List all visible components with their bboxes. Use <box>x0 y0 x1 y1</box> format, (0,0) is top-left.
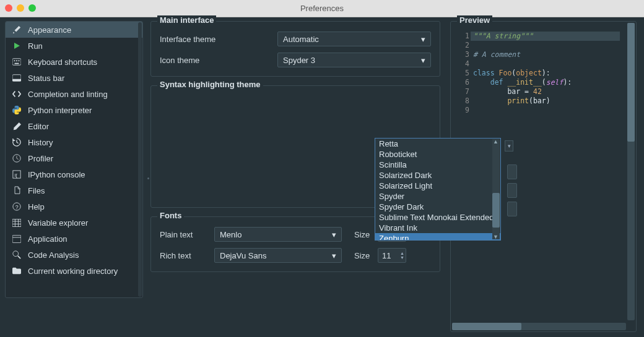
dropdown-option[interactable]: Spyder <box>375 191 500 202</box>
code-line: # A comment <box>473 50 633 59</box>
dropdown-option[interactable]: Solarized Light <box>375 181 500 191</box>
plain-text-font-select[interactable]: Menlo ▾ <box>214 227 342 242</box>
icon-theme-select[interactable]: Spyder 3 ▾ <box>277 53 431 67</box>
sidebar-item-application[interactable]: Application <box>6 231 142 247</box>
dropdown-option[interactable]: Vibrant Ink <box>375 223 500 233</box>
line-number: 4 <box>457 59 469 69</box>
sidebar-item-label: Application <box>28 234 67 244</box>
sidebar-item-python-interpreter[interactable]: Python interpreter <box>6 102 142 118</box>
line-number: 9 <box>457 106 469 115</box>
sidebar-item-code-analysis[interactable]: Code Analysis <box>6 247 142 263</box>
dropdown-option[interactable]: Scintilla <box>375 160 500 170</box>
sidebar-item-keyboard-shortcuts[interactable]: Keyboard shortcuts <box>6 54 142 70</box>
dropdown-scroll-up-icon[interactable]: ▲ <box>493 139 499 145</box>
line-number: 1 <box>457 32 469 41</box>
dropdown-scroll-down-icon[interactable]: ▼ <box>493 234 499 240</box>
main-interface-legend: Main interface <box>157 15 216 25</box>
line-number: 8 <box>457 96 469 106</box>
sidebar-item-label: Help <box>28 202 45 211</box>
sidebar-item-label: Code Analysis <box>28 250 79 260</box>
sidebar-item-label: Current working directory <box>28 267 118 276</box>
window-title: Preferences <box>300 4 344 13</box>
close-window-icon[interactable] <box>5 4 12 12</box>
dropdown-option[interactable]: Spyder Dark <box>375 202 500 212</box>
syntax-theme-dropdown[interactable]: RettaRoboticketScintillaSolarized DarkSo… <box>375 138 501 241</box>
editor-vertical-scrollbar[interactable] <box>627 23 635 320</box>
fonts-legend: Fonts <box>157 211 184 220</box>
interface-theme-select[interactable]: Automatic ▾ <box>277 32 431 46</box>
dropdown-scrollbar-thumb[interactable] <box>492 193 500 228</box>
keyboard-icon <box>12 57 22 67</box>
brush-icon <box>12 25 22 35</box>
maximize-window-icon[interactable] <box>28 4 36 12</box>
dropdown-option[interactable]: Roboticket <box>375 149 500 160</box>
statusbar-icon <box>12 73 22 83</box>
history-icon <box>12 137 22 147</box>
sidebar-item-label: Editor <box>28 122 49 131</box>
sidebar-item-label: Run <box>28 41 43 51</box>
svg-rect-2 <box>16 60 17 61</box>
syntax-theme-dropdown-button[interactable]: ▾ <box>505 140 513 151</box>
icon-theme-value: Spyder 3 <box>283 56 315 65</box>
code-line: print(bar) <box>473 96 633 106</box>
svg-rect-6 <box>12 79 21 82</box>
sidebar-item-profiler[interactable]: Profiler <box>6 150 142 166</box>
dropdown-option[interactable]: Zenburn <box>375 233 500 240</box>
sidebar-item-variable-explorer[interactable]: Variable explorer <box>6 215 142 231</box>
minimize-window-icon[interactable] <box>17 4 24 12</box>
sidebar-item-files[interactable]: Files <box>6 182 142 198</box>
icon-theme-label: Icon theme <box>160 56 277 65</box>
rich-text-label: Rich text <box>160 251 214 260</box>
app-icon <box>12 234 22 244</box>
code-line: """A string""" <box>473 32 633 41</box>
sidebar-item-run[interactable]: Run <box>6 38 142 54</box>
python-icon <box>12 105 22 115</box>
chevron-down-icon: ▾ <box>418 34 428 44</box>
help-icon: ? <box>12 202 22 211</box>
edit-icon <box>12 121 22 131</box>
interface-theme-value: Automatic <box>283 35 319 44</box>
editor-horizontal-scrollbar[interactable] <box>452 323 626 330</box>
code-line: class Foo(object): <box>473 69 633 78</box>
line-number: 2 <box>457 41 469 50</box>
sidebar-item-current-working-directory[interactable]: Current working directory <box>6 263 142 279</box>
dropdown-option[interactable]: Solarized Dark <box>375 170 500 181</box>
code-preview: 123456789 """A string""" # A comment cla… <box>457 32 633 115</box>
sidebar-item-label: Profiler <box>28 154 53 163</box>
sidebar-item-ipython-console[interactable]: I[IPython console <box>6 166 142 182</box>
sidebar-item-help[interactable]: ?Help <box>6 198 142 215</box>
spin-down-icon[interactable]: ▼ <box>400 255 404 260</box>
rich-text-size-value: 11 <box>382 251 391 260</box>
dropdown-option[interactable]: Sublime Text Monokai Extended <box>375 212 500 223</box>
svg-point-14 <box>13 251 19 257</box>
sidebar-scrollbar[interactable] <box>138 22 142 297</box>
sidebar-item-status-bar[interactable]: Status bar <box>6 70 142 86</box>
ipython-icon: I[ <box>12 169 22 179</box>
svg-rect-0 <box>12 59 21 66</box>
svg-rect-1 <box>14 60 15 61</box>
rich-text-size-spinner[interactable]: 11 ▲▼ <box>378 248 406 263</box>
code-icon <box>12 89 22 99</box>
code-line: def __init__(self): <box>473 78 633 87</box>
rich-text-font-select[interactable]: DejaVu Sans ▾ <box>214 248 342 263</box>
sidebar-item-label: History <box>28 138 53 147</box>
sidebar-item-appearance[interactable]: Appearance <box>6 22 142 38</box>
files-icon <box>12 186 22 195</box>
sidebar-item-completion-and-linting[interactable]: Completion and linting <box>6 86 142 102</box>
rich-text-size-label: Size <box>354 251 378 260</box>
spin-up-icon[interactable]: ▲ <box>400 251 404 255</box>
dropdown-option[interactable]: Retta <box>375 139 500 149</box>
svg-rect-3 <box>19 60 20 61</box>
main-interface-group: Main interface Interface theme Automatic… <box>150 21 440 77</box>
sidebar: AppearanceRunKeyboard shortcutsStatus ba… <box>0 17 147 337</box>
chevron-down-icon: ▾ <box>329 229 339 239</box>
sidebar-item-editor[interactable]: Editor <box>6 118 142 134</box>
sidebar-item-label: Status bar <box>28 74 64 83</box>
sidebar-item-history[interactable]: History <box>6 134 142 150</box>
code-line: bar = 42 <box>473 87 633 96</box>
folder-icon <box>12 266 22 276</box>
sidebar-item-label: Variable explorer <box>28 218 88 228</box>
table-icon <box>12 218 22 228</box>
clock-icon <box>12 153 22 163</box>
window-controls <box>5 4 36 12</box>
